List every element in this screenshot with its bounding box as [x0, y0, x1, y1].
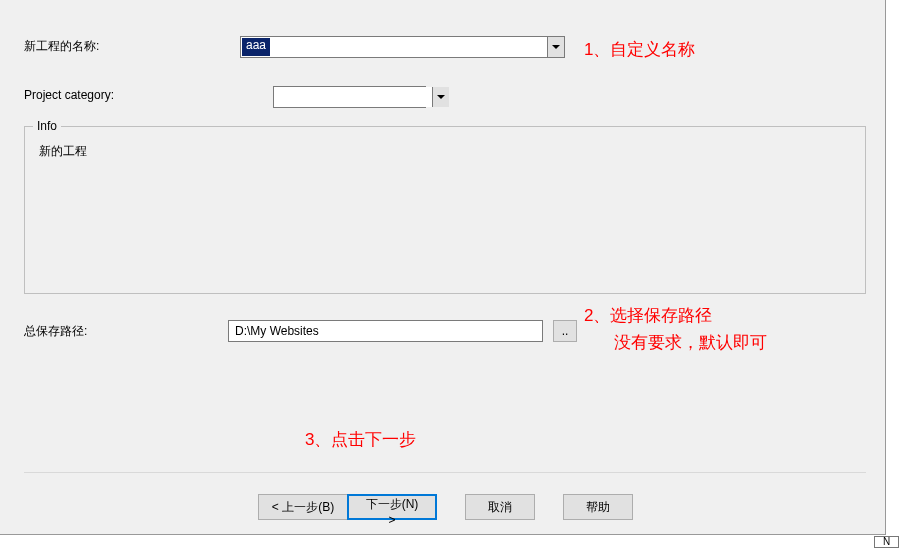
- project-category-combo-wrap: [273, 86, 426, 108]
- project-name-combobox[interactable]: aaa: [240, 36, 565, 58]
- project-category-label: Project category:: [24, 88, 114, 102]
- project-name-combo-wrap: aaa: [240, 36, 565, 58]
- annotation-3: 3、点击下一步: [305, 426, 416, 453]
- info-legend: Info: [33, 119, 61, 133]
- save-path-label: 总保存路径:: [24, 323, 87, 340]
- browse-wrap: ..: [553, 320, 577, 342]
- annotation-2-line1: 2、选择保存路径: [584, 306, 712, 325]
- annotation-2: 2、选择保存路径 没有要求，默认即可: [584, 302, 767, 356]
- annotation-1: 1、自定义名称: [584, 36, 695, 63]
- help-button[interactable]: 帮助: [563, 494, 633, 520]
- project-category-input[interactable]: [274, 87, 432, 107]
- next-button[interactable]: 下一步(N) >: [347, 494, 437, 520]
- info-text: 新的工程: [39, 144, 87, 158]
- project-category-row: Project category:: [24, 88, 114, 102]
- project-name-label: 新工程的名称:: [24, 38, 99, 55]
- corner-indicator: N: [874, 536, 899, 548]
- button-bar: < 上一步(B) 下一步(N) > 取消 帮助: [258, 494, 633, 520]
- browse-button[interactable]: ..: [553, 320, 577, 342]
- save-path-input-wrap: [228, 320, 543, 342]
- back-button[interactable]: < 上一步(B): [258, 494, 348, 520]
- project-name-dropdown-button[interactable]: [547, 37, 564, 57]
- separator: [24, 472, 866, 473]
- cancel-button[interactable]: 取消: [465, 494, 535, 520]
- save-path-row: 总保存路径:: [24, 323, 87, 340]
- dialog-panel: 新工程的名称: aaa Project category: Info 新的工程 …: [0, 0, 886, 535]
- project-name-input[interactable]: aaa: [242, 38, 270, 56]
- annotation-2-line2: 没有要求，默认即可: [614, 333, 767, 352]
- project-category-combobox[interactable]: [273, 86, 426, 108]
- info-content: 新的工程: [25, 127, 865, 176]
- project-category-dropdown-button[interactable]: [432, 87, 449, 107]
- project-name-row: 新工程的名称:: [24, 38, 99, 55]
- save-path-input[interactable]: [228, 320, 543, 342]
- info-fieldset: Info 新的工程: [24, 126, 866, 294]
